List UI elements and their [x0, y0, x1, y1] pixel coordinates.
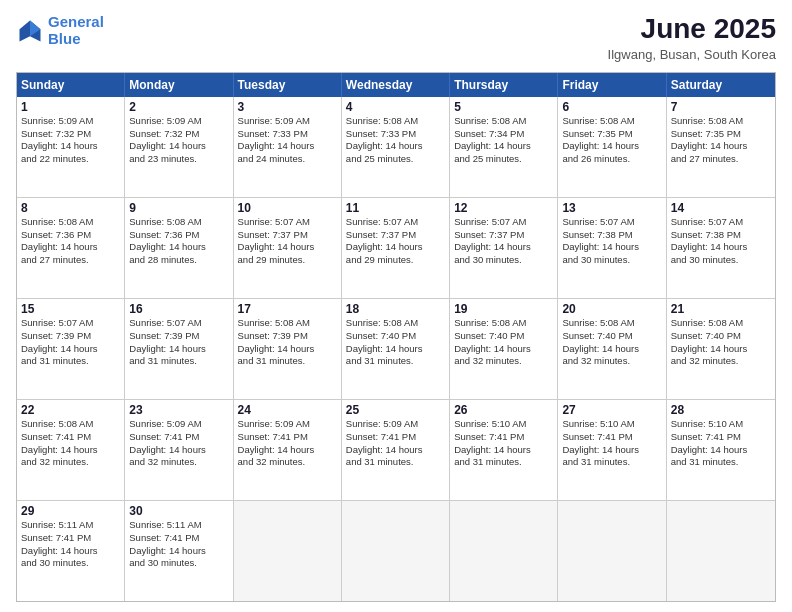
- calendar-cell: 21Sunrise: 5:08 AMSunset: 7:40 PMDayligh…: [667, 299, 775, 399]
- calendar-cell: 15Sunrise: 5:07 AMSunset: 7:39 PMDayligh…: [17, 299, 125, 399]
- day-info: Sunrise: 5:11 AMSunset: 7:41 PMDaylight:…: [129, 519, 228, 570]
- weekday-header-sunday: Sunday: [17, 73, 125, 97]
- day-info: Sunrise: 5:07 AMSunset: 7:37 PMDaylight:…: [454, 216, 553, 267]
- calendar-cell: 1Sunrise: 5:09 AMSunset: 7:32 PMDaylight…: [17, 97, 125, 197]
- day-info: Sunrise: 5:08 AMSunset: 7:40 PMDaylight:…: [346, 317, 445, 368]
- day-info: Sunrise: 5:09 AMSunset: 7:33 PMDaylight:…: [238, 115, 337, 166]
- day-info: Sunrise: 5:08 AMSunset: 7:40 PMDaylight:…: [454, 317, 553, 368]
- calendar-row-4: 22Sunrise: 5:08 AMSunset: 7:41 PMDayligh…: [17, 400, 775, 501]
- day-number: 13: [562, 201, 661, 215]
- day-info: Sunrise: 5:10 AMSunset: 7:41 PMDaylight:…: [562, 418, 661, 469]
- day-number: 23: [129, 403, 228, 417]
- day-number: 3: [238, 100, 337, 114]
- day-number: 25: [346, 403, 445, 417]
- day-number: 10: [238, 201, 337, 215]
- weekday-header-friday: Friday: [558, 73, 666, 97]
- day-info: Sunrise: 5:08 AMSunset: 7:35 PMDaylight:…: [562, 115, 661, 166]
- calendar-cell: [450, 501, 558, 601]
- day-number: 2: [129, 100, 228, 114]
- subtitle: Ilgwang, Busan, South Korea: [608, 47, 776, 62]
- calendar-cell: 27Sunrise: 5:10 AMSunset: 7:41 PMDayligh…: [558, 400, 666, 500]
- day-info: Sunrise: 5:10 AMSunset: 7:41 PMDaylight:…: [671, 418, 771, 469]
- day-number: 6: [562, 100, 661, 114]
- calendar-cell: 20Sunrise: 5:08 AMSunset: 7:40 PMDayligh…: [558, 299, 666, 399]
- calendar-cell: 18Sunrise: 5:08 AMSunset: 7:40 PMDayligh…: [342, 299, 450, 399]
- day-info: Sunrise: 5:09 AMSunset: 7:41 PMDaylight:…: [129, 418, 228, 469]
- day-number: 9: [129, 201, 228, 215]
- day-number: 12: [454, 201, 553, 215]
- calendar-cell: 22Sunrise: 5:08 AMSunset: 7:41 PMDayligh…: [17, 400, 125, 500]
- main-title: June 2025: [608, 14, 776, 45]
- weekday-header-monday: Monday: [125, 73, 233, 97]
- day-info: Sunrise: 5:07 AMSunset: 7:39 PMDaylight:…: [21, 317, 120, 368]
- calendar-cell: 12Sunrise: 5:07 AMSunset: 7:37 PMDayligh…: [450, 198, 558, 298]
- header: General Blue June 2025 Ilgwang, Busan, S…: [16, 14, 776, 62]
- day-number: 14: [671, 201, 771, 215]
- calendar-cell: 17Sunrise: 5:08 AMSunset: 7:39 PMDayligh…: [234, 299, 342, 399]
- weekday-header-saturday: Saturday: [667, 73, 775, 97]
- day-number: 5: [454, 100, 553, 114]
- calendar-cell: 3Sunrise: 5:09 AMSunset: 7:33 PMDaylight…: [234, 97, 342, 197]
- day-info: Sunrise: 5:10 AMSunset: 7:41 PMDaylight:…: [454, 418, 553, 469]
- day-number: 8: [21, 201, 120, 215]
- day-number: 7: [671, 100, 771, 114]
- calendar-cell: 29Sunrise: 5:11 AMSunset: 7:41 PMDayligh…: [17, 501, 125, 601]
- day-info: Sunrise: 5:08 AMSunset: 7:41 PMDaylight:…: [21, 418, 120, 469]
- calendar-cell: 24Sunrise: 5:09 AMSunset: 7:41 PMDayligh…: [234, 400, 342, 500]
- day-info: Sunrise: 5:07 AMSunset: 7:38 PMDaylight:…: [562, 216, 661, 267]
- calendar-body: 1Sunrise: 5:09 AMSunset: 7:32 PMDaylight…: [17, 97, 775, 601]
- calendar-cell: [667, 501, 775, 601]
- day-info: Sunrise: 5:08 AMSunset: 7:35 PMDaylight:…: [671, 115, 771, 166]
- calendar-cell: 5Sunrise: 5:08 AMSunset: 7:34 PMDaylight…: [450, 97, 558, 197]
- day-info: Sunrise: 5:08 AMSunset: 7:33 PMDaylight:…: [346, 115, 445, 166]
- calendar-cell: 30Sunrise: 5:11 AMSunset: 7:41 PMDayligh…: [125, 501, 233, 601]
- logo-text: General Blue: [48, 14, 104, 47]
- calendar-container: SundayMondayTuesdayWednesdayThursdayFrid…: [16, 72, 776, 602]
- calendar-cell: 8Sunrise: 5:08 AMSunset: 7:36 PMDaylight…: [17, 198, 125, 298]
- day-number: 26: [454, 403, 553, 417]
- logo: General Blue: [16, 14, 104, 47]
- day-info: Sunrise: 5:08 AMSunset: 7:39 PMDaylight:…: [238, 317, 337, 368]
- calendar-cell: [342, 501, 450, 601]
- day-number: 22: [21, 403, 120, 417]
- calendar-row-5: 29Sunrise: 5:11 AMSunset: 7:41 PMDayligh…: [17, 501, 775, 601]
- day-number: 4: [346, 100, 445, 114]
- day-number: 11: [346, 201, 445, 215]
- day-info: Sunrise: 5:07 AMSunset: 7:37 PMDaylight:…: [238, 216, 337, 267]
- calendar-cell: 13Sunrise: 5:07 AMSunset: 7:38 PMDayligh…: [558, 198, 666, 298]
- weekday-header-wednesday: Wednesday: [342, 73, 450, 97]
- day-number: 21: [671, 302, 771, 316]
- calendar-cell: 16Sunrise: 5:07 AMSunset: 7:39 PMDayligh…: [125, 299, 233, 399]
- day-info: Sunrise: 5:11 AMSunset: 7:41 PMDaylight:…: [21, 519, 120, 570]
- day-number: 20: [562, 302, 661, 316]
- day-number: 17: [238, 302, 337, 316]
- day-info: Sunrise: 5:09 AMSunset: 7:32 PMDaylight:…: [129, 115, 228, 166]
- day-number: 18: [346, 302, 445, 316]
- day-info: Sunrise: 5:09 AMSunset: 7:41 PMDaylight:…: [238, 418, 337, 469]
- day-number: 16: [129, 302, 228, 316]
- day-number: 15: [21, 302, 120, 316]
- calendar-cell: 23Sunrise: 5:09 AMSunset: 7:41 PMDayligh…: [125, 400, 233, 500]
- calendar-cell: 2Sunrise: 5:09 AMSunset: 7:32 PMDaylight…: [125, 97, 233, 197]
- day-number: 29: [21, 504, 120, 518]
- day-info: Sunrise: 5:08 AMSunset: 7:40 PMDaylight:…: [671, 317, 771, 368]
- calendar-row-2: 8Sunrise: 5:08 AMSunset: 7:36 PMDaylight…: [17, 198, 775, 299]
- calendar-cell: 6Sunrise: 5:08 AMSunset: 7:35 PMDaylight…: [558, 97, 666, 197]
- day-number: 28: [671, 403, 771, 417]
- calendar-cell: 14Sunrise: 5:07 AMSunset: 7:38 PMDayligh…: [667, 198, 775, 298]
- logo-icon: [16, 17, 44, 45]
- calendar-cell: 19Sunrise: 5:08 AMSunset: 7:40 PMDayligh…: [450, 299, 558, 399]
- calendar-cell: 28Sunrise: 5:10 AMSunset: 7:41 PMDayligh…: [667, 400, 775, 500]
- calendar-row-3: 15Sunrise: 5:07 AMSunset: 7:39 PMDayligh…: [17, 299, 775, 400]
- day-number: 30: [129, 504, 228, 518]
- calendar-cell: [234, 501, 342, 601]
- calendar-cell: 25Sunrise: 5:09 AMSunset: 7:41 PMDayligh…: [342, 400, 450, 500]
- day-info: Sunrise: 5:08 AMSunset: 7:34 PMDaylight:…: [454, 115, 553, 166]
- day-info: Sunrise: 5:08 AMSunset: 7:36 PMDaylight:…: [21, 216, 120, 267]
- day-info: Sunrise: 5:07 AMSunset: 7:39 PMDaylight:…: [129, 317, 228, 368]
- day-number: 24: [238, 403, 337, 417]
- day-number: 1: [21, 100, 120, 114]
- calendar-cell: 4Sunrise: 5:08 AMSunset: 7:33 PMDaylight…: [342, 97, 450, 197]
- calendar-cell: 11Sunrise: 5:07 AMSunset: 7:37 PMDayligh…: [342, 198, 450, 298]
- page: General Blue June 2025 Ilgwang, Busan, S…: [0, 0, 792, 612]
